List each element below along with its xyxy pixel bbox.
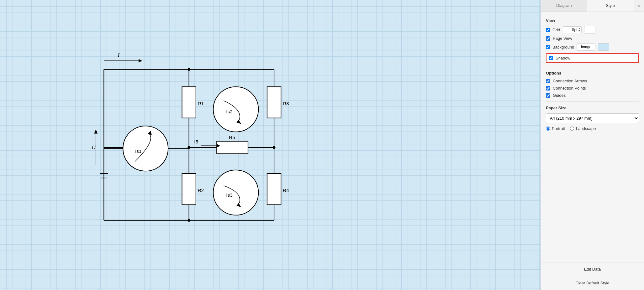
connection-arrows-row: Connection Arrows [546,79,639,83]
background-color-box[interactable] [598,43,609,51]
svg-rect-17 [182,173,196,205]
panel-content: View Grid pt ▲ ▼ Page View Background [541,12,644,262]
landscape-radio[interactable] [570,127,574,131]
shadow-checkbox[interactable] [549,56,553,60]
grid-color-box[interactable] [584,26,595,34]
tab-diagram[interactable]: Diagram [541,0,587,12]
edit-data-button[interactable]: Edit Data [541,262,644,276]
paper-size-section-title: Paper Size [546,106,639,110]
guides-row: Guides [546,93,639,98]
svg-point-28 [213,87,258,132]
options-section-title: Options [546,71,639,75]
page-view-row: Page View [546,36,639,41]
clear-default-style-button[interactable]: Clear Default Style [541,276,644,290]
panel-tabs: Diagram Style × [541,0,644,12]
background-row: Background Image [546,43,639,51]
svg-point-44 [187,146,190,149]
grid-size-control[interactable]: pt ▲ ▼ [563,26,582,33]
background-image-button[interactable]: Image [577,43,595,51]
svg-point-42 [187,219,190,222]
grid-down-button[interactable]: ▼ [578,30,581,32]
svg-point-43 [273,146,276,149]
svg-rect-21 [267,173,281,205]
shadow-row: Shadow [546,53,639,63]
svg-text:U: U [92,144,96,150]
grid-row: Grid pt ▲ ▼ [546,26,639,34]
svg-rect-19 [267,87,281,118]
portrait-radio[interactable] [546,127,550,131]
divider-2 [546,101,639,102]
paper-size-select[interactable]: A4 (210 mm x 297 mm) A3 (297 mm x 420 mm… [546,113,639,123]
connection-points-checkbox[interactable] [546,86,550,91]
svg-text:I5: I5 [194,139,198,144]
svg-text:I: I [118,52,120,58]
svg-marker-12 [94,129,98,133]
svg-text:R1: R1 [198,101,204,106]
panel-bottom: Edit Data Clear Default Style [541,262,644,290]
svg-marker-1 [139,59,142,62]
svg-text:Is3: Is3 [226,192,233,198]
guides-checkbox[interactable] [546,93,550,98]
grid-stepper[interactable]: ▲ ▼ [578,27,581,32]
canvas-grid: I U [0,0,541,290]
page-view-label: Page View [553,36,572,41]
connection-arrows-checkbox[interactable] [546,79,550,83]
svg-rect-15 [182,87,196,118]
connection-points-label: Connection Points [553,86,586,91]
divider-1 [546,67,639,67]
background-checkbox[interactable] [546,45,550,49]
grid-size-input[interactable] [565,28,574,32]
tab-style[interactable]: Style [587,0,634,12]
close-button[interactable]: × [634,1,644,11]
grid-label: Grid [552,28,560,32]
circuit-container: I U [16,16,345,241]
svg-text:R4: R4 [283,188,289,193]
grid-checkbox[interactable] [546,28,550,32]
svg-point-41 [187,68,190,71]
landscape-label: Landscape [576,126,596,131]
grid-unit: pt [574,28,578,32]
canvas-area[interactable]: I U [0,0,541,290]
svg-text:Is2: Is2 [226,109,233,114]
svg-text:Is1: Is1 [135,148,142,154]
page-view-checkbox[interactable] [546,36,550,41]
portrait-label: Portrait [552,126,565,131]
background-label: Background [552,45,574,49]
shadow-label: Shadow [556,56,570,60]
landscape-radio-row: Landscape [570,126,596,131]
svg-text:R3: R3 [283,101,289,106]
guides-label: Guides [553,93,566,98]
svg-rect-23 [217,141,248,154]
orientation-row: Portrait Landscape [546,126,639,131]
svg-text:R2: R2 [198,188,204,193]
right-panel: Diagram Style × View Grid pt ▲ ▼ Page Vi… [541,0,644,290]
portrait-radio-row: Portrait [546,126,565,131]
svg-point-31 [213,170,258,215]
svg-text:R5: R5 [229,135,235,140]
connection-arrows-label: Connection Arrows [553,79,587,83]
view-section-title: View [546,18,639,23]
connection-points-row: Connection Points [546,86,639,91]
svg-point-25 [123,126,168,171]
